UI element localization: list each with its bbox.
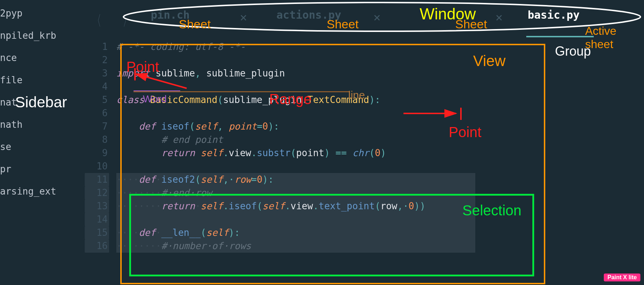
line-number[interactable]: 2 <box>85 53 108 67</box>
line-number[interactable]: 4 <box>85 80 108 93</box>
sidebar-item[interactable]: nath <box>0 113 75 136</box>
line-number[interactable]: 6 <box>85 107 108 120</box>
tab-actions-py[interactable]: actions.py <box>276 9 341 21</box>
code-line[interactable] <box>116 213 475 226</box>
sidebar-item[interactable]: nat <box>0 91 75 113</box>
sidebar-item[interactable]: arsing_ext <box>0 180 75 202</box>
group-label: Group <box>555 44 591 59</box>
line-number[interactable]: 12 <box>85 186 109 200</box>
line-number[interactable]: 14 <box>85 213 109 226</box>
line-number[interactable]: 16 <box>85 239 109 253</box>
active-sheet-label: Active sheet <box>585 24 644 51</box>
tab-close-icon[interactable]: × <box>240 10 247 24</box>
watermark-badge: Paint X lite <box>604 274 640 281</box>
tab-close-icon[interactable]: × <box>495 10 503 24</box>
line-number[interactable]: 10 <box>85 160 108 173</box>
line-number[interactable]: 5 <box>85 93 108 107</box>
sidebar-item[interactable]: se <box>0 136 75 158</box>
code-line[interactable]: import sublime, sublime_plugin <box>116 67 475 80</box>
tab-bar: 〈 〉 pin.ch × actions.py × × basic.py <box>75 0 644 26</box>
code-line[interactable]: return self.view.substr(point) == chr(0) <box>116 146 475 160</box>
sidebar-item[interactable]: file <box>0 69 75 91</box>
sidebar[interactable]: 2pyp npiled_krb nce file nat nath se pr … <box>0 0 75 285</box>
tab-close-icon[interactable]: × <box>373 10 381 24</box>
line-number[interactable]: 7 <box>85 120 108 133</box>
code-line[interactable]: ········#·number·of·rows <box>116 239 475 253</box>
code-line[interactable]: ····def·iseof2(self,·row=0): <box>116 173 475 186</box>
line-number[interactable]: 1 <box>85 40 108 53</box>
line-number[interactable]: 15 <box>85 226 109 239</box>
line-number[interactable]: 13 <box>85 200 109 213</box>
code-line[interactable] <box>116 80 475 93</box>
line-number-gutter[interactable]: 12345678910111213141516 <box>85 40 108 253</box>
tab-basic-py[interactable]: basic.py <box>528 9 580 21</box>
code-line[interactable]: # end point <box>116 133 475 146</box>
code-line[interactable] <box>116 53 475 67</box>
line-number[interactable]: 3 <box>85 67 108 80</box>
code-line[interactable]: ········return·self.iseof(self.view.text… <box>116 200 475 213</box>
line-number[interactable]: 11 <box>85 173 109 186</box>
code-line[interactable]: ········#·end·row <box>116 186 475 200</box>
code-line[interactable] <box>116 107 475 120</box>
sidebar-item[interactable]: pr <box>0 158 75 180</box>
view-label: View <box>473 52 505 70</box>
code-editor-view[interactable]: # -*- coding: utf-8 -*-import sublime, s… <box>116 40 475 253</box>
sidebar-item-label: file <box>0 75 23 85</box>
line-number[interactable]: 8 <box>85 133 108 146</box>
sidebar-item[interactable]: nce <box>0 47 75 69</box>
code-line[interactable] <box>116 160 475 173</box>
nav-back-icon[interactable]: 〈 <box>93 11 101 31</box>
code-line[interactable]: def iseof(self, point=0): <box>116 120 475 133</box>
code-line[interactable]: class BasicCommand(sublime_plugin.TextCo… <box>116 93 475 107</box>
tab-pin-ch[interactable]: pin.ch <box>151 9 190 21</box>
sidebar-item[interactable]: npiled_krb <box>0 24 75 47</box>
nav-forward-icon[interactable]: 〉 <box>123 11 131 31</box>
sidebar-item[interactable]: 2pyp <box>0 2 75 24</box>
code-line[interactable]: ····def·__len__(self): <box>116 226 475 239</box>
line-number[interactable]: 9 <box>85 146 108 160</box>
code-line[interactable]: # -*- coding: utf-8 -*- <box>116 40 475 53</box>
active-tab-underline <box>526 36 594 37</box>
